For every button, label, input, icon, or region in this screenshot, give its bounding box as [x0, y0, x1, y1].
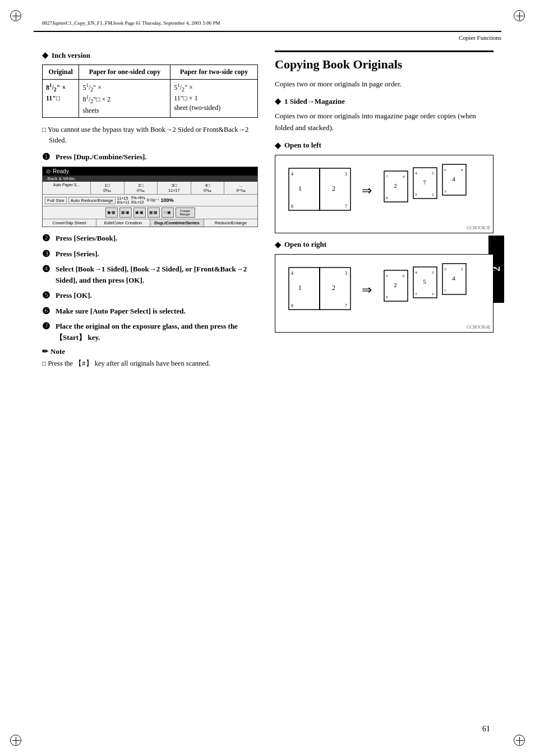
svg-text:2: 2 [432, 292, 434, 296]
svg-text:7: 7 [345, 204, 347, 209]
note-title: ✏ Note [42, 347, 258, 356]
ui-size-2: 5¹⁄₂×8¹⁄₂8¹⁄₂×10 [131, 196, 145, 205]
ui-sub-header: -Back & White- [43, 176, 257, 182]
svg-text:1: 1 [298, 185, 302, 192]
step-6-text: Make sure [Auto Paper Select] is selecte… [56, 306, 258, 317]
inch-version-label: Inch version [52, 51, 90, 60]
svg-text:5: 5 [444, 168, 446, 172]
step-2-number: ❷ [42, 233, 53, 243]
diamond-icon-4: ◆ [275, 240, 281, 250]
svg-text:3: 3 [432, 270, 434, 275]
step-4-number: ❹ [42, 264, 53, 274]
page-number: 61 [482, 725, 490, 734]
svg-text:4: 4 [415, 270, 417, 275]
svg-text:4: 4 [291, 172, 293, 177]
open-left-label: Open to left [284, 141, 321, 150]
svg-text:⇒: ⇒ [362, 183, 372, 197]
page-header: Copier Functions [34, 31, 501, 41]
step-2: ❷ Press [Series/Book]. [42, 233, 258, 244]
svg-text:8: 8 [291, 204, 293, 209]
ui-cell-autopaper: Auto Paper S... [43, 182, 91, 194]
svg-text:1: 1 [444, 288, 446, 293]
svg-text:1: 1 [298, 284, 302, 292]
step-3-number: ❸ [42, 248, 53, 259]
step-1-text: Press [Dup./Combine/Series]. [56, 151, 258, 163]
svg-text:7: 7 [345, 303, 347, 308]
step-7: ❼ Place the original on the exposure gla… [42, 321, 258, 343]
svg-text:3: 3 [415, 192, 417, 197]
open-left-label-code: GCBOOK3E [467, 225, 491, 231]
svg-text:3: 3 [345, 172, 347, 177]
right-column: Copying Book Originals Copies two or mor… [275, 50, 494, 339]
open-right-label: Open to right [284, 240, 326, 249]
paper-table: Original Paper for one-sided copy Paper … [42, 64, 258, 118]
table-row1-col2: 51/2" ×81/2"□ × 2sheets [79, 79, 170, 118]
section-title: Copier Functions [459, 34, 501, 41]
inch-version-heading: ◆ Inch version [42, 50, 258, 60]
corner-mark-bl [10, 735, 21, 746]
subsection1-label: 1 Sided→Magazine [284, 97, 345, 106]
ui-icon-2: ▦·▣ [119, 208, 132, 218]
open-left-svg: 1 2 4 3 8 7 ⇒ 2 7 4 8 7 4 5 3 2 4 5 [280, 160, 488, 227]
ui-cell-1: 1□0⁸⁄₁₁ [91, 182, 124, 194]
table-row1-col1: 81/2" ×11"□ [43, 79, 79, 118]
ui-fullsize-btn[interactable]: Full Size [45, 197, 67, 204]
ui-btn-edit[interactable]: Edit/Color Creation [96, 219, 150, 227]
ui-ready-text: Ready [53, 168, 69, 174]
svg-text:3: 3 [345, 271, 347, 276]
svg-text:6: 6 [461, 168, 463, 172]
step-7-text: Place the original on the exposure glass… [56, 321, 258, 343]
step-5-number: ❺ [42, 290, 53, 301]
ui-btn-dup[interactable]: Dup./Combine/Series [150, 219, 204, 227]
svg-text:7: 7 [423, 179, 426, 186]
ui-buttons-row: Cover/Slip Sheet Edit/Color Creation Dup… [43, 219, 257, 227]
corner-mark-tl [10, 10, 21, 21]
ui-header: ⊙ Ready [43, 167, 257, 176]
svg-text:2: 2 [394, 182, 397, 189]
svg-text:4: 4 [415, 171, 417, 176]
ui-btn-reduce[interactable]: Reduce/Enlarge [204, 219, 257, 227]
svg-text:3: 3 [444, 189, 446, 193]
table-col1-header: Original [43, 65, 79, 80]
note-pencil-icon: ✏ [42, 347, 48, 356]
step-6: ❻ Make sure [Auto Paper Select] is selec… [42, 306, 258, 317]
bypass-note-text: You cannot use the bypass tray with Book… [48, 126, 248, 144]
ui-cell-4: 4□0⁸⁄₁₁ [191, 182, 225, 194]
svg-text:4: 4 [403, 174, 405, 179]
ui-icon-1: ▣·▦ [105, 208, 118, 218]
svg-text:2: 2 [332, 284, 335, 292]
svg-text:5: 5 [432, 171, 434, 176]
ui-paper-row: Auto Paper S... 1□0⁸⁄₁₁ 2□0⁸⁄₁₁ 3□11×17 … [43, 182, 257, 195]
svg-text:2: 2 [461, 267, 463, 271]
ui-auto-reduce-btn[interactable]: Auto Reduce/Enlarge [68, 197, 116, 204]
ui-screenshot: ⊙ Ready -Back & White- Auto Paper S... 1… [42, 167, 258, 227]
file-info: 0827JupiterC1_Copy_EN_F1_FM.book Page 61… [42, 20, 220, 26]
subsection1-heading: ◆ 1 Sided→Magazine [275, 96, 494, 106]
table-row1-col3: 51/2" ×11"□ × 1sheet (two-sided) [170, 79, 258, 118]
diamond-icon: ◆ [42, 50, 48, 60]
ui-size-1: 11×158¹⁄₂×11 [117, 196, 130, 205]
svg-text:4: 4 [291, 271, 293, 276]
svg-text:7: 7 [386, 174, 388, 179]
step-3: ❸ Press [Series]. [42, 248, 258, 260]
note-label: Note [50, 347, 65, 356]
ui-gp: 8 Gp⁻¹ [147, 198, 159, 202]
corner-mark-br [514, 735, 525, 746]
ui-btn-cover[interactable]: Cover/Slip Sheet [43, 219, 96, 227]
svg-text:⇒: ⇒ [362, 283, 372, 297]
ui-icon-5: □·▣ [162, 208, 174, 218]
open-right-heading: ◆ Open to right [275, 240, 494, 250]
svg-text:4: 4 [452, 176, 455, 182]
main-title: Copying Book Originals [275, 50, 494, 73]
ui-icon-3: ▣·▣ [133, 208, 146, 218]
ui-cell-5: ...0¹⁰⁄₁₂ [224, 182, 257, 194]
open-right-label-code: GCBOOK4E [467, 325, 491, 330]
step-5-text: Press [OK]. [56, 290, 258, 301]
step-6-number: ❻ [42, 306, 53, 316]
power-icon: ⊙ [46, 168, 50, 174]
ui-icon-row: ▣·▦ ▦·▣ ▣·▣ ▦·▦ □·▣ CreateMargin [43, 206, 257, 219]
step-4: ❹ Select [Book→1 Sided], [Book→2 Sided],… [42, 264, 258, 285]
left-column: ◆ Inch version Original Paper for one-si… [42, 50, 258, 369]
svg-text:6: 6 [403, 274, 405, 278]
ui-percent: 100% [160, 197, 173, 203]
